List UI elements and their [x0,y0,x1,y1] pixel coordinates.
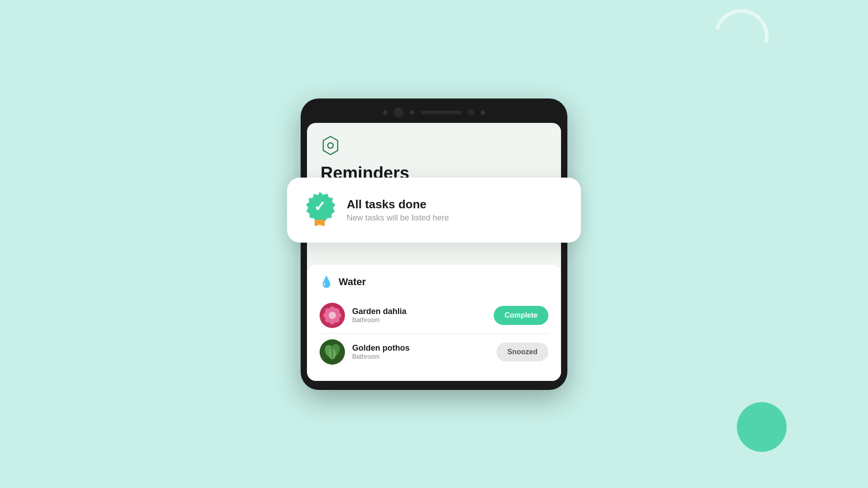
phone-dot-right [468,109,474,116]
phone-dot-3 [481,110,485,115]
plant-name-pothos: Golden pothos [352,343,489,353]
badge-icon: ✓ [303,192,336,228]
water-section: 💧 Water [307,265,561,381]
complete-button-dahlia[interactable]: Complete [494,306,548,325]
phone-top-bar [307,108,561,117]
plant-avatar-pothos [320,339,345,365]
section-header: 💧 Water [320,276,548,288]
plant-info-pothos: Golden pothos Bathroom [352,343,489,360]
snoozed-button-pothos[interactable]: Snoozed [496,343,548,361]
ribbon-icon [315,220,325,228]
plant-location-dahlia: Bathroom [352,316,486,324]
section-title: Water [339,276,366,288]
notification-text: All tasks done New tasks will be listed … [347,197,565,223]
bg-curl-decoration [704,0,778,73]
plant-item-dahlia: Garden dahlia Bathroom Complete [320,297,548,333]
notification-card: ✓ All tasks done New tasks will be liste… [287,178,581,243]
plant-info-dahlia: Garden dahlia Bathroom [352,307,486,324]
svg-point-11 [329,312,336,319]
svg-marker-0 [323,136,338,155]
app-container: Reminders Today Upcoming 💧 Water [301,99,567,390]
plant-name-dahlia: Garden dahlia [352,307,486,316]
phone-pill [421,111,462,114]
notification-title: All tasks done [347,197,565,211]
plant-item-pothos: Golden pothos Bathroom Snoozed [320,333,548,370]
phone-dot-1 [383,110,387,115]
plant-location-pothos: Bathroom [352,353,489,360]
checkmark-icon: ✓ [314,198,326,215]
svg-point-1 [328,143,333,148]
plant-avatar-dahlia [320,303,345,328]
badge-circle: ✓ [303,192,336,222]
phone-frame: Reminders Today Upcoming 💧 Water [301,99,567,390]
notification-subtitle: New tasks will be listed here [347,213,565,223]
phone-dot-camera [394,108,404,117]
phone-screen: Reminders Today Upcoming 💧 Water [307,123,561,381]
water-icon: 💧 [320,276,333,288]
bg-circle-decoration [737,402,787,452]
phone-dot-2 [410,110,415,115]
app-logo-icon [321,136,340,155]
